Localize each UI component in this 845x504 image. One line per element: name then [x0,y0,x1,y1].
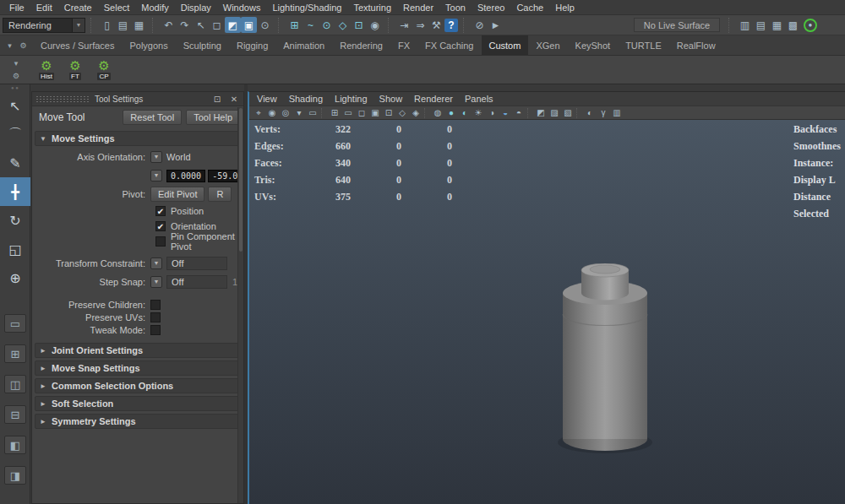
snap-to-view-icon[interactable]: ⊡ [351,17,367,33]
motion-blur-icon[interactable]: ◓ [512,106,526,119]
divider-icon[interactable] [424,108,429,118]
menu-item[interactable]: Texturing [347,3,397,13]
bookmark-icon[interactable]: ▾ [292,106,306,119]
menu-item[interactable]: Create [58,3,98,13]
position-checkbox[interactable] [155,206,166,216]
shelf-gear-icon[interactable]: ⚙ [18,40,29,51]
xray-icon[interactable]: ▨ [548,106,561,119]
menu-item[interactable]: Stereo [472,3,510,13]
shadows-icon[interactable]: ◑ [485,106,499,119]
shelf-item-menu-icon[interactable]: ▾ [11,58,22,69]
shelf-item-hist[interactable]: ⚙ Hist [32,57,61,84]
lights-icon[interactable]: ☀ [472,106,485,119]
menu-item[interactable]: Render [397,3,439,13]
joints-xray-icon[interactable]: ▧ [561,106,575,119]
lock-camera-icon[interactable]: ◉ [265,106,279,119]
viewport-menu-item[interactable]: View [251,94,283,104]
save-scene-icon[interactable]: ▦ [131,17,147,33]
scale-tool-icon[interactable]: ◱ [0,235,30,263]
render-view-icon[interactable]: ▥ [737,17,753,33]
snap-to-curve-icon[interactable]: ~ [303,17,319,33]
live-surface-field[interactable]: No Live Surface [634,18,720,32]
grid-icon[interactable]: ⊞ [328,106,341,119]
shelf-tab[interactable]: TURTLE [618,35,669,55]
section-move-snap-settings[interactable]: ► Move Snap Settings [35,360,241,376]
section-soft-selection[interactable]: ► Soft Selection [35,396,241,411]
select-component-icon[interactable]: ◩ [225,17,241,33]
viewport-menu-item[interactable]: Show [373,94,409,104]
viewport-canvas[interactable]: Verts: 322 0 0 Edges: 660 0 0 [249,120,845,504]
shelf-tab[interactable]: RealFlow [669,35,723,55]
snap-to-point-icon[interactable]: ⊙ [319,17,335,33]
gate-mask-icon[interactable]: ▣ [368,106,382,119]
section-common-selection-options[interactable]: ► Common Selection Options [35,378,241,393]
layout-two-pane-stacked-button[interactable]: ⊟ [4,405,26,424]
transform-constraint-value[interactable]: Off [166,257,227,270]
smooth-shade-icon[interactable]: ● [444,106,458,119]
shelf-tab[interactable]: XGen [528,35,567,55]
tool-help-button[interactable]: Tool Help [186,110,240,125]
close-icon[interactable]: ✕ [228,94,240,105]
step-snap-value[interactable]: Off [166,275,227,289]
new-scene-icon[interactable]: ▯ [99,17,115,33]
panel-grip[interactable] [35,95,90,103]
shelf-tab[interactable]: Sculpting [176,35,229,55]
lock-icon[interactable]: ⊘ [472,17,488,33]
reset-pivot-button[interactable]: R [208,187,232,202]
select-hierarchy-icon[interactable]: ↖ [193,17,209,33]
select-asset-icon[interactable]: ▣ [241,17,257,33]
gamma-icon[interactable]: γ [597,106,610,119]
pin-component-pivot-checkbox[interactable] [155,236,166,247]
wireframe-icon[interactable]: ◍ [431,106,444,119]
section-symmetry-settings[interactable]: ► Symmetry Settings [35,414,241,429]
divider-icon[interactable] [321,108,326,118]
occlusion-icon[interactable]: ◒ [499,106,512,119]
output-connections-icon[interactable]: ⇒ [412,17,428,33]
reset-tool-button[interactable]: Reset Tool [123,110,182,125]
field-chart-icon[interactable]: ⊡ [382,106,395,119]
redo-icon[interactable]: ↷ [177,17,193,33]
safe-action-icon[interactable]: ◇ [395,106,409,119]
shelf-tabs-menu-icon[interactable]: ▾ [4,40,15,51]
view-transform-icon[interactable]: ▥ [610,106,624,119]
menu-item[interactable]: Help [549,3,581,13]
render-sphere-icon[interactable]: ● [804,19,817,32]
axis-orientation-dropdown-icon[interactable]: ▼ [150,151,162,163]
menu-item[interactable]: Select [98,3,136,13]
shelf-item-ft[interactable]: ⚙ FT [61,57,90,84]
help-icon[interactable]: ? [444,19,458,32]
divider-icon[interactable] [576,108,581,118]
resolution-gate-icon[interactable]: ◻ [355,106,368,119]
last-tool-icon[interactable]: ⊕ [0,263,30,292]
scrollbar-thumb[interactable] [239,108,243,252]
select-camera-icon[interactable]: ⌖ [252,106,265,119]
paint-select-tool-icon[interactable]: ✎ [0,149,30,177]
menu-item[interactable]: Edit [30,3,58,13]
shelf-tab[interactable]: FX Caching [417,35,481,55]
orientation-checkbox[interactable] [155,221,166,231]
highlight-selection-icon[interactable]: ⊙ [257,17,273,33]
menu-item[interactable]: Windows [217,3,267,13]
isolate-select-icon[interactable]: ◩ [534,106,548,119]
make-live-icon[interactable]: ◉ [367,17,383,33]
menu-item[interactable]: Lighting/Shading [266,3,347,13]
shelf-tab[interactable]: Rigging [229,35,275,55]
rotate-tool-icon[interactable]: ↻ [0,206,30,235]
shelf-tab[interactable]: FX [390,35,417,55]
menu-item[interactable]: Display [175,3,217,13]
menu-item[interactable]: File [3,3,30,13]
shelf-tab[interactable]: Animation [275,35,332,55]
select-tool-icon[interactable]: ↖ [0,91,30,120]
shelf-tab[interactable]: Custom [482,35,529,55]
viewport-menu-item[interactable]: Panels [459,94,499,104]
step-snap-dropdown-icon[interactable]: ▼ [150,276,162,288]
layout-three-pane-button[interactable]: ◧ [4,436,26,454]
shelf-tab[interactable]: KeyShot [568,35,619,55]
preserve-children-checkbox[interactable] [150,300,161,310]
divider-icon[interactable] [527,108,532,118]
tweak-mode-checkbox[interactable] [150,325,161,335]
toolbox-grip[interactable]: ● ● [0,84,30,91]
open-scene-icon[interactable]: ▤ [115,17,131,33]
cylinder-object[interactable] [533,263,677,458]
axis-offset-dropdown-icon[interactable]: ▼ [150,170,162,182]
